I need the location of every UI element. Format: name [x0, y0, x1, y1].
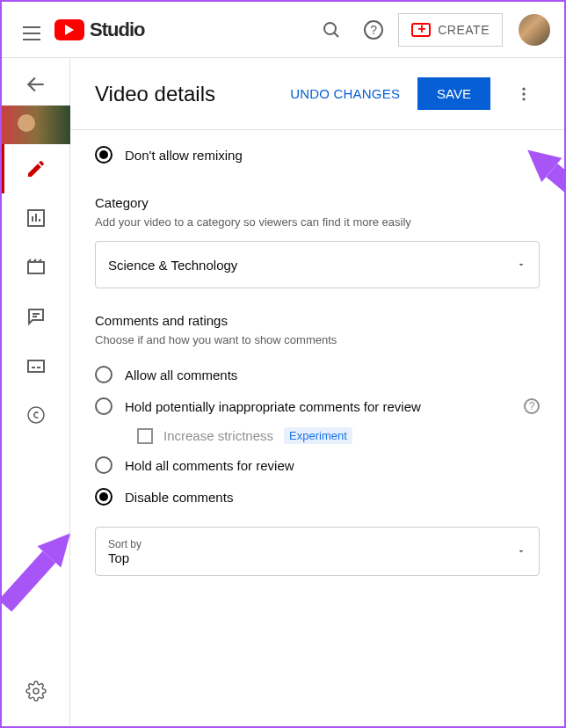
search-icon [321, 19, 342, 40]
radio-disable-comments[interactable]: Disable comments [95, 481, 540, 513]
arrow-left-icon [25, 73, 47, 96]
svg-rect-13 [28, 360, 44, 372]
sidebar [2, 58, 70, 726]
radio-dont-allow-remixing[interactable]: Don't allow remixing [95, 139, 540, 171]
chevron-down-icon [516, 259, 526, 270]
subtitles-icon [25, 355, 47, 376]
svg-point-17 [33, 688, 39, 694]
sidebar-item-copyright[interactable] [2, 390, 70, 440]
checkbox-increase-strictness[interactable]: Increase strictness Experiment [95, 422, 540, 449]
radio-label: Hold potentially inappropriate comments … [125, 399, 421, 414]
sidebar-item-settings[interactable] [2, 666, 70, 716]
analytics-icon [25, 207, 47, 229]
sidebar-item-editor[interactable] [2, 243, 70, 292]
svg-point-18 [522, 87, 525, 90]
logo-text: Studio [90, 18, 144, 41]
svg-point-20 [522, 98, 525, 100]
comments-heading: Comments and ratings [95, 313, 540, 328]
sidebar-item-analytics[interactable] [2, 193, 70, 243]
svg-line-1 [334, 33, 338, 37]
youtube-icon [54, 19, 84, 40]
sortby-select[interactable]: Sort by Top [95, 527, 540, 576]
sortby-value: Top [108, 550, 142, 565]
create-label: CREATE [438, 23, 490, 37]
category-heading: Category [95, 195, 540, 210]
studio-logo[interactable]: Studio [54, 18, 144, 41]
account-avatar[interactable] [519, 14, 550, 46]
menu-button[interactable] [16, 19, 37, 40]
sortby-kicker: Sort by [108, 538, 142, 550]
radio-icon [95, 488, 112, 506]
comments-description: Choose if and how you want to show comme… [95, 333, 540, 346]
radio-label: Disable comments [125, 490, 233, 505]
create-button[interactable]: CREATE [398, 13, 503, 47]
sidebar-item-details[interactable] [2, 144, 70, 193]
more-options-button[interactable] [508, 78, 540, 110]
radio-hold-inappropriate[interactable]: Hold potentially inappropriate comments … [95, 390, 540, 422]
create-icon [411, 23, 431, 37]
title-bar: Video details UNDO CHANGES SAVE [70, 58, 564, 130]
radio-label: Allow all comments [125, 368, 237, 382]
radio-label: Don't allow remixing [125, 148, 243, 163]
search-button[interactable] [314, 12, 349, 47]
chevron-down-icon [516, 546, 526, 557]
svg-rect-7 [28, 262, 44, 273]
category-value: Science & Technology [108, 258, 237, 273]
more-vert-icon [515, 85, 533, 103]
svg-point-0 [324, 23, 336, 34]
copyright-icon [25, 404, 47, 426]
save-button[interactable]: SAVE [417, 77, 490, 110]
app-header: Studio ? CREATE [2, 2, 564, 58]
category-select[interactable]: Science & Technology [95, 241, 540, 288]
help-icon: ? [364, 20, 383, 40]
editor-icon [25, 257, 47, 278]
hamburger-icon [23, 26, 30, 40]
gear-icon [25, 681, 47, 702]
radio-label: Hold all comments for review [125, 458, 294, 473]
sidebar-item-comments[interactable] [2, 292, 70, 341]
help-button[interactable]: ? [356, 12, 391, 47]
radio-allow-all-comments[interactable]: Allow all comments [95, 359, 540, 390]
experiment-badge: Experiment [284, 427, 352, 444]
checkbox-icon [137, 428, 153, 444]
checkbox-label: Increase strictness [163, 428, 273, 443]
back-button[interactable] [18, 67, 54, 102]
video-thumbnail[interactable] [2, 106, 70, 144]
svg-point-16 [28, 407, 44, 423]
radio-icon [95, 366, 112, 383]
category-description: Add your video to a category so viewers … [95, 215, 540, 229]
radio-icon [95, 146, 112, 164]
page-title: Video details [95, 82, 272, 106]
svg-point-19 [522, 92, 525, 95]
radio-hold-all-comments[interactable]: Hold all comments for review [95, 449, 540, 481]
radio-icon [95, 456, 112, 474]
radio-icon [95, 397, 112, 415]
help-icon[interactable]: ? [524, 398, 540, 414]
sidebar-item-subtitles[interactable] [2, 341, 70, 390]
comments-icon [25, 306, 47, 327]
undo-changes-button[interactable]: UNDO CHANGES [290, 86, 400, 101]
pencil-icon [25, 158, 47, 179]
main-panel: Video details UNDO CHANGES SAVE Don't al… [70, 58, 564, 726]
